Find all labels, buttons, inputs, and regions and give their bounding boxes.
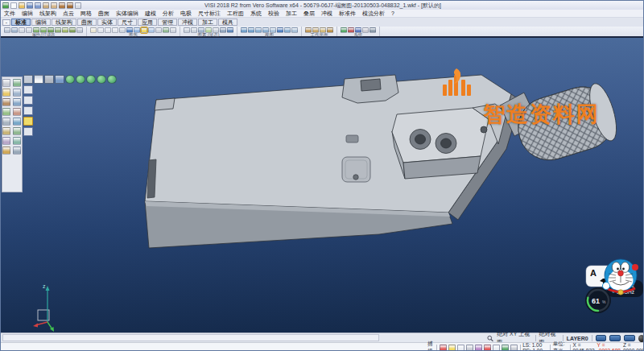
grid-display-icon[interactable] [510, 345, 518, 351]
delete-icon[interactable] [2, 89, 10, 97]
snap-mid-icon[interactable] [457, 345, 464, 351]
side-view-icon[interactable] [255, 27, 262, 33]
zoom-in-icon[interactable] [97, 27, 104, 33]
tab-管理[interactable]: 管理 [158, 19, 177, 26]
view-sphere-2-icon[interactable] [76, 75, 85, 84]
snap-quad-icon[interactable] [475, 345, 482, 351]
line-type-icon[interactable] [11, 27, 18, 33]
visi-logo-icon[interactable] [2, 2, 9, 9]
tab-应用[interactable]: 应用 [138, 19, 157, 26]
view-button-1[interactable] [596, 335, 607, 341]
text-icon[interactable] [2, 127, 10, 135]
save-icon[interactable] [27, 2, 33, 9]
group-tool-icon[interactable] [13, 137, 21, 145]
layer-manager-icon[interactable] [2, 137, 10, 145]
tab-模具[interactable]: 模具 [218, 19, 237, 26]
top-view-icon[interactable] [241, 27, 247, 33]
scale-icon[interactable] [13, 108, 21, 116]
plane-mode-icon[interactable] [23, 96, 33, 105]
tab-冲模[interactable]: 冲模 [178, 19, 197, 26]
front-view-icon[interactable] [248, 27, 254, 33]
quick-access-dropdown-icon[interactable] [75, 2, 81, 9]
menu-item-13[interactable]: 系统 [247, 10, 265, 18]
menu-item-12[interactable]: 工程图 [224, 10, 247, 18]
list-view-icon[interactable] [23, 85, 33, 94]
rotate-icon[interactable] [13, 98, 21, 106]
view-sphere-5-icon[interactable] [107, 75, 117, 84]
tab-实体[interactable]: 实体 [97, 19, 117, 26]
view-manager-icon[interactable] [277, 27, 283, 33]
layer-indicator[interactable]: LAYER0 [567, 336, 588, 341]
exit-icon[interactable] [348, 27, 354, 33]
refresh-icon[interactable] [170, 27, 176, 33]
wireframe-icon[interactable] [148, 27, 155, 33]
snap-grid-icon[interactable] [440, 345, 447, 351]
select-icon[interactable] [2, 79, 10, 87]
tab-编辑[interactable]: 编辑 [31, 19, 51, 26]
font-icon[interactable] [55, 75, 64, 84]
new-file-icon[interactable] [10, 2, 17, 9]
options-icon[interactable] [362, 27, 369, 33]
multi-view-icon[interactable] [291, 27, 298, 33]
page-icon[interactable] [44, 75, 54, 84]
snap-angle-icon[interactable] [502, 345, 509, 351]
magnifier-icon[interactable] [487, 335, 493, 342]
shade-mode-icon[interactable] [141, 27, 147, 33]
view-button-2[interactable] [609, 335, 621, 341]
toolbar-menu-icon[interactable] [23, 75, 33, 84]
menu-item-19[interactable]: 模流分析 [359, 10, 388, 18]
reset-filter-icon[interactable] [76, 27, 83, 33]
menu-item-20[interactable]: ? [388, 10, 398, 18]
hidden-line-icon[interactable] [155, 27, 162, 33]
menu-item-5[interactable]: 网格 [77, 10, 95, 18]
view-sphere-1-icon[interactable] [65, 75, 75, 84]
dynamic-rotate-icon[interactable] [163, 27, 169, 33]
menu-item-9[interactable]: 分析 [159, 10, 177, 18]
grid-tool-icon[interactable] [13, 147, 21, 155]
menu-item-4[interactable]: 点云 [60, 10, 77, 18]
group-icon[interactable] [220, 27, 226, 33]
hatch-icon[interactable] [13, 127, 21, 135]
copy-icon[interactable] [2, 98, 10, 106]
overlay-widget-hitbox[interactable] [580, 295, 644, 332]
new-window-icon[interactable] [34, 75, 43, 84]
box-mode-icon[interactable] [23, 106, 33, 115]
trim-icon[interactable] [13, 79, 21, 87]
menu-item-14[interactable]: 校验 [265, 10, 283, 18]
view-button-3[interactable] [624, 335, 635, 341]
menu-item-16[interactable]: 叠层 [300, 10, 318, 18]
ungroup-icon[interactable] [227, 27, 233, 33]
measure-icon[interactable] [2, 118, 10, 126]
help-icon[interactable] [369, 27, 376, 33]
tab-尺寸[interactable]: 尺寸 [118, 19, 137, 26]
menu-item-3[interactable]: 线架构 [36, 10, 60, 18]
settings-icon[interactable] [341, 27, 347, 33]
solid-mode-icon[interactable] [23, 117, 33, 126]
filter-solid-icon[interactable] [62, 27, 68, 33]
menu-item-11[interactable]: 尺寸标注 [195, 10, 224, 18]
menu-item-7[interactable]: 实体编辑 [113, 10, 142, 18]
filter-all-icon[interactable] [69, 27, 76, 33]
single-view-icon[interactable] [284, 27, 291, 33]
menu-item-10[interactable]: 电极 [177, 10, 195, 18]
tab-线架构[interactable]: 线架构 [52, 19, 76, 26]
save-all-icon[interactable] [35, 2, 41, 9]
import-icon[interactable] [43, 2, 49, 9]
open-file-icon[interactable] [19, 2, 25, 9]
menu-item-6[interactable]: 曲面 [95, 10, 113, 18]
zoom-all-icon[interactable] [119, 27, 126, 33]
zoom-out-icon[interactable] [105, 27, 111, 33]
export-icon[interactable] [51, 2, 57, 9]
tab-标准[interactable]: 标准 [11, 19, 31, 26]
tab-曲面[interactable]: 曲面 [77, 19, 97, 26]
attribute-icon[interactable] [4, 27, 10, 33]
toolbar-collapse-button[interactable]: - [2, 19, 10, 26]
view-sphere-4-icon[interactable] [97, 75, 106, 84]
menu-item-15[interactable]: 加工 [283, 10, 300, 18]
snap-tool-icon[interactable] [2, 147, 10, 155]
mirror-icon[interactable] [2, 108, 10, 116]
snap-perp-icon[interactable] [493, 345, 500, 351]
zoom-window-icon[interactable] [112, 27, 118, 33]
element-status-icon[interactable] [191, 27, 197, 33]
redraw-icon[interactable] [90, 27, 97, 33]
